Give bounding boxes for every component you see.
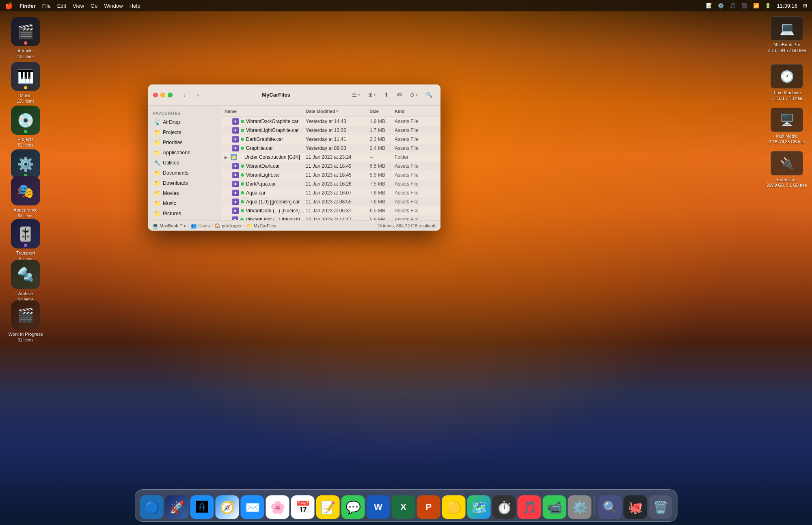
dock-photos[interactable]: 🌸 (266, 495, 289, 519)
table-row[interactable]: ■VibrantLight.car11 Jan 2023 at 18:455,9… (221, 171, 441, 179)
finder-content: Name Date Modified ▾ Size Kind ■VibrantD… (221, 106, 441, 220)
sidebar-label-airdrop: AirDrop (163, 119, 180, 125)
menu-go[interactable]: Go (91, 3, 97, 9)
dock-separator (595, 495, 595, 516)
menu-view[interactable]: View (73, 3, 84, 9)
desktop-icon-music[interactable]: 🎹 Music156 items (7, 62, 44, 104)
dock-settings[interactable]: ⚙️ (568, 495, 592, 519)
dock-mail[interactable]: ✉️ (241, 495, 264, 519)
desktop-icon-appearance[interactable]: 🎭 Appearance83 items (7, 176, 44, 219)
back-button[interactable]: ‹ (179, 90, 190, 100)
desktop-icon-archive[interactable]: 🔩 ArchiveNo Items (7, 260, 44, 302)
dock-trash[interactable]: 🗑️ (649, 495, 672, 519)
dock-stickies[interactable]: 🟡 (442, 495, 466, 519)
table-row[interactable]: ▶📁Under Construction [GJK]11 Jan 2023 at… (221, 153, 441, 162)
file-kind: Assets File (395, 172, 437, 178)
desktop-icon-multimedia[interactable]: 🖥️ MultiMedia2 TB, 74,85 GB free (767, 108, 807, 145)
dock-maps[interactable]: 🗺️ (467, 495, 491, 519)
minimize-button[interactable] (160, 93, 165, 97)
desktop-icon-projects[interactable]: 💿 Projects82 items (7, 106, 44, 148)
fullscreen-button[interactable] (168, 93, 173, 97)
menu-file[interactable]: File (42, 3, 51, 9)
dock-facetime[interactable]: 📹 (543, 495, 566, 519)
movies-icon: 📁 (154, 190, 160, 197)
breadcrumb-users[interactable]: 👥 Users (191, 223, 210, 229)
dock-notes[interactable]: 📝 (316, 495, 340, 519)
dock-safari[interactable]: 🧭 (216, 495, 239, 519)
sidebar-item-movies[interactable]: 📁 Movies (150, 188, 219, 198)
sidebar-item-applications[interactable]: 📁 Applications (150, 148, 219, 158)
menu-bar-gear-icon: ⚙️ (718, 3, 724, 9)
table-row[interactable]: ■Graphite.carYesterday at 09:032,4 MBAss… (221, 144, 441, 153)
dock-appstore[interactable]: 🅰 (190, 495, 214, 519)
file-size: 7,6 MB (370, 199, 395, 205)
dock-finder2[interactable]: 🔍 (598, 495, 622, 519)
sidebar-item-downloads[interactable]: 📁 Downloads (150, 178, 219, 188)
menu-bar: 🍎 Finder File Edit View Go Window Help 📝… (0, 0, 812, 11)
sidebar-item-music[interactable]: 📁 Music (150, 199, 219, 208)
table-row[interactable]: ■VibrantLight (...) [blueish].car10 Jan … (221, 215, 441, 220)
dock-calendar[interactable]: 📅 (291, 495, 315, 519)
dock-finder[interactable]: 🔵 (140, 495, 164, 519)
file-date: 11 Jan 2023 at 16:07 (306, 190, 370, 196)
dock-github[interactable]: 🐙 (624, 495, 647, 519)
search-button[interactable]: 🔍 (423, 90, 436, 100)
file-kind: Assets File (395, 217, 437, 220)
table-row[interactable]: ■DarkAqua.car11 Jan 2023 at 16:267,5 MBA… (221, 179, 441, 188)
action-chevron-icon: ▾ (416, 93, 418, 97)
file-size: 5,9 MB (370, 217, 395, 220)
table-row[interactable]: ■VibrantDark (...) [blueish].car11 Jan 2… (221, 206, 441, 215)
file-name: DarkGraphite.car (246, 136, 283, 142)
menu-window[interactable]: Window (104, 3, 123, 9)
table-row[interactable]: ■Aqua (1.0) [greenish].car11 Jan 2023 at… (221, 197, 441, 206)
apple-menu[interactable]: 🍎 (5, 2, 13, 10)
desktop-icon-timemachine[interactable]: 🕐 Time Machine3 TB, 1,7 TB free (767, 64, 807, 102)
tag-button[interactable]: 🏷 (393, 90, 405, 100)
dock-timemachine[interactable]: ⏱️ (492, 495, 516, 519)
desktop-icon-attracks[interactable]: 🎬 Attracks138 items (7, 17, 44, 60)
table-row[interactable]: ■VibrantLightGraphite.carYesterday at 13… (221, 126, 441, 135)
desktop-icon-transport[interactable]: 🎚️ Transport8 items (7, 219, 44, 262)
file-list-header: Name Date Modified ▾ Size Kind (221, 106, 441, 117)
col-header-name[interactable]: Name (225, 109, 306, 114)
breadcrumb-gertjkaper[interactable]: 🏠 gertjkaper (214, 223, 242, 229)
sync-status-dot (241, 138, 244, 141)
sidebar-item-utilities[interactable]: 🔧 Utilities (150, 158, 219, 168)
breadcrumb-mycarfiles[interactable]: 📁 MyCarFiles (246, 223, 276, 229)
breadcrumb-macbookpro[interactable]: 💻 MacBook Pro (152, 223, 186, 229)
sidebar-item-documents[interactable]: 📁 Documents (150, 168, 219, 178)
dock-excel[interactable]: X (392, 495, 415, 519)
app-name[interactable]: Finder (19, 3, 36, 9)
sidebar-item-projects[interactable]: 📁 Projects (150, 127, 219, 137)
forward-button[interactable]: › (193, 90, 203, 100)
desktop-icon-workinprogress[interactable]: 🎬 Work In Progress31 Items (3, 300, 48, 343)
col-header-date[interactable]: Date Modified ▾ (306, 109, 370, 114)
view-list-button[interactable]: ☰ ▾ (349, 90, 363, 100)
view-grid-button[interactable]: ⊞ ▾ (365, 90, 379, 100)
table-row[interactable]: ■VibrantDark.car11 Jan 2023 at 18:496,5 … (221, 162, 441, 171)
sync-status-dot (241, 200, 244, 203)
table-row[interactable]: ■DarkGraphite.carYesterday at 11:412,3 M… (221, 135, 441, 144)
menu-help[interactable]: Help (130, 3, 140, 9)
menu-edit[interactable]: Edit (57, 3, 66, 9)
file-name: VibrantLightGraphite.car (246, 127, 299, 133)
menu-bar-controlcenter[interactable]: ⊞ (803, 3, 807, 9)
col-header-size[interactable]: Size (370, 109, 395, 114)
close-button[interactable] (153, 93, 158, 97)
desktop-icon-extension[interactable]: 🔌 Extension999,9 GB, 9,1 GB free (767, 151, 807, 188)
sidebar-item-pictures[interactable]: 📁 Pictures (150, 209, 219, 218)
sidebar-item-airdrop[interactable]: 📡 AirDrop (150, 117, 219, 127)
dock-messages[interactable]: 💬 (341, 495, 365, 519)
table-row[interactable]: ■Aqua.car11 Jan 2023 at 16:077,6 MBAsset… (221, 188, 441, 197)
sidebar-item-priorities[interactable]: 📁 Priorities (150, 138, 219, 147)
dock-music[interactable]: 🎵 (518, 495, 541, 519)
dock-word[interactable]: W (367, 495, 390, 519)
dock-powerpoint[interactable]: P (417, 495, 441, 519)
action-button[interactable]: ⊙ ▾ (407, 90, 421, 100)
dock-launchpad[interactable]: 🚀 (165, 495, 189, 519)
desktop-icon-macbookpro[interactable]: 💻 MacBook Pro2 TB, 884,72 GB free (767, 16, 807, 54)
icon-label-projects: Projects82 items (17, 136, 34, 148)
col-header-kind[interactable]: Kind (395, 109, 437, 114)
table-row[interactable]: ■VibrantDarkGraphite.carYesterday at 14:… (221, 117, 441, 126)
share-button[interactable]: ⬆ (381, 90, 392, 100)
